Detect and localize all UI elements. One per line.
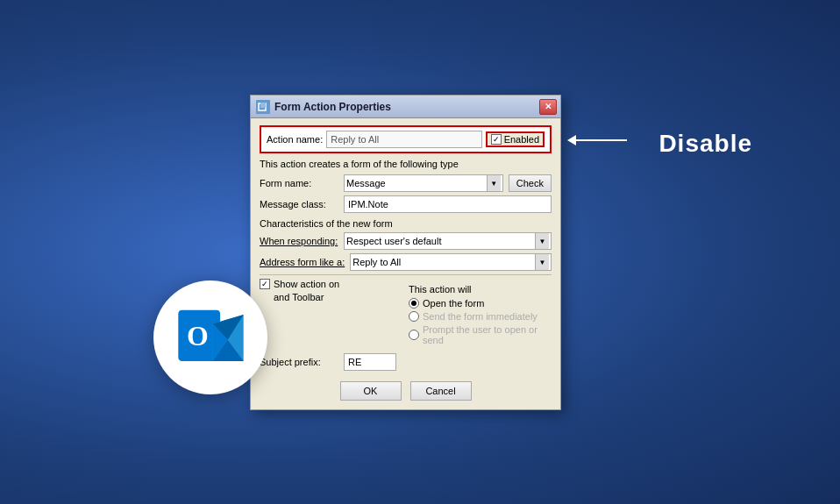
this-action-label: This action will [409,284,552,295]
show-action-label: Show action on [274,279,339,289]
dialog-content: Action name: ✓ Enabled This action creat… [251,118,560,409]
send-form-label: Send the form immediately [423,311,537,322]
outlook-icon-circle: O [153,280,267,394]
dialog-title: Form Action Properties [274,101,391,113]
right-col: This action will Open the form Send the … [409,279,552,348]
button-row: OK Cancel [260,378,552,402]
open-form-label: Open the form [423,298,484,309]
left-col: Show action on and Toolbar [260,279,400,348]
disable-arrow [574,139,627,141]
action-name-label: Action name: [267,134,323,145]
open-form-row: Open the form [409,298,552,309]
action-name-input[interactable] [326,131,481,148]
when-responding-value: Respect user's default [346,236,535,246]
enabled-label: Enabled [504,134,539,145]
send-form-radio[interactable] [409,311,419,322]
message-class-value: IPM.Note [344,195,552,213]
message-class-row: Message class: IPM.Note [260,195,552,213]
prefix-label: Subject prefix: [260,357,338,367]
action-name-section: Action name: ✓ Enabled [260,125,552,153]
when-responding-label: When responding: [260,236,338,246]
message-class-label: Message class: [260,199,338,209]
prompt-label: Prompt the user to open or send [423,324,552,345]
form-name-arrow: ▼ [487,175,501,191]
separator [260,274,552,275]
prefix-input[interactable] [344,353,396,371]
dialog-icon [256,100,270,114]
dialog-close-button[interactable]: ✕ [539,99,557,115]
show-action-area: Show action on and Toolbar This action w… [260,279,552,348]
when-responding-arrow: ▼ [535,233,549,249]
outlook-svg-icon: O [174,301,248,375]
svg-rect-3 [260,103,266,108]
address-form-arrow: ▼ [535,254,549,270]
when-responding-select[interactable]: Respect user's default ▼ [344,232,552,250]
form-name-value: Message [346,178,487,188]
form-name-row: Form name: Message ▼ Check [260,174,552,192]
form-name-select[interactable]: Message ▼ [344,174,503,192]
form-action-dialog: Form Action Properties ✕ Action name: ✓ … [250,95,561,410]
prompt-radio[interactable] [409,330,419,340]
prefix-row: Subject prefix: [260,353,552,371]
address-form-label: Address form like a: [260,257,345,267]
show-action-checkbox[interactable] [260,279,270,289]
when-responding-row: When responding: Respect user's default … [260,232,552,250]
prompt-row: Prompt the user to open or send [409,324,552,345]
title-bar-left: Form Action Properties [256,100,391,114]
svg-text:O: O [186,321,208,351]
menu-toolbar-row: and Toolbar [274,292,400,302]
dialog-title-bar: Form Action Properties ✕ [251,96,560,118]
address-form-value: Reply to All [352,257,535,267]
enabled-checkbox[interactable]: ✓ [491,134,502,145]
ok-button[interactable]: OK [340,381,402,401]
address-form-select[interactable]: Reply to All ▼ [350,253,552,271]
description-text: This action creates a form of the follow… [260,159,552,169]
check-button[interactable]: Check [509,174,552,192]
menu-toolbar-label: and Toolbar [274,292,324,302]
disable-label: Disable [658,130,752,158]
enabled-checkbox-area: ✓ Enabled [486,131,545,147]
show-action-row: Show action on [260,279,400,289]
open-form-radio[interactable] [409,298,419,309]
address-form-row: Address form like a: Reply to All ▼ [260,253,552,271]
send-form-row: Send the form immediately [409,311,552,322]
characteristics-label: Characteristics of the new form [260,218,552,229]
form-name-label: Form name: [260,178,338,188]
cancel-button[interactable]: Cancel [410,381,472,401]
